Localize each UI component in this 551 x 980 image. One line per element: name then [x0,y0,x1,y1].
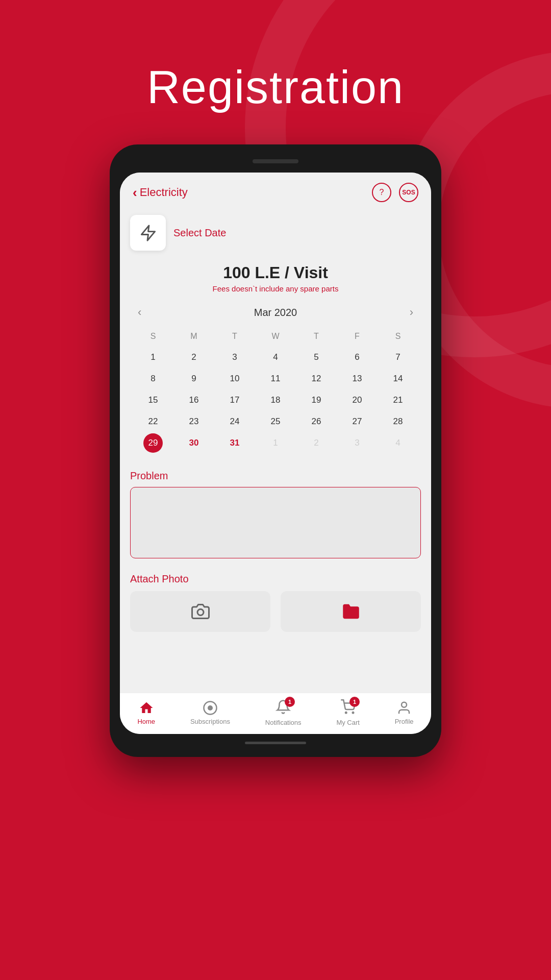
cal-header-tue: T [214,329,255,344]
svg-point-4 [345,712,347,714]
cal-day[interactable]: 4 [266,348,285,367]
cal-day[interactable]: 4 [388,433,408,453]
cal-day-selected[interactable]: 29 [143,433,163,453]
cal-day[interactable]: 20 [347,390,367,410]
phone-mockup: ‹ Electricity ? SOS Select Date 100 L.E … [110,144,441,757]
cal-day[interactable]: 21 [388,390,408,410]
cal-day[interactable]: 9 [184,369,204,388]
problem-label: Problem [130,470,421,482]
cal-day[interactable]: 31 [225,433,244,453]
prev-month-button[interactable]: ‹ [133,303,146,322]
calendar-week-3: 15 16 17 18 19 20 21 [133,390,418,410]
cal-day[interactable]: 25 [266,412,285,431]
calendar-week-4: 22 23 24 25 26 27 28 [133,412,418,431]
cal-day[interactable]: 8 [143,369,163,388]
cal-day[interactable]: 5 [307,348,326,367]
page-title: Registration [147,61,404,114]
service-icon-box [130,215,166,251]
service-header: Select Date [120,210,431,256]
cal-header-mon: M [173,329,214,344]
svg-point-5 [353,712,354,714]
phone-notch [224,155,327,167]
cal-day[interactable]: 1 [266,433,285,453]
top-bar: ‹ Electricity ? SOS [120,173,431,210]
cal-day[interactable]: 19 [307,390,326,410]
nav-label-home: Home [137,718,155,725]
cal-day[interactable]: 12 [307,369,326,388]
nav-label-notifications: Notifications [265,719,302,726]
calendar-section: ‹ Mar 2020 › S M T W T F S 1 2 3 [120,296,431,462]
cal-day[interactable]: 2 [307,433,326,453]
cal-day[interactable]: 13 [347,369,367,388]
cal-day[interactable]: 7 [388,348,408,367]
svg-point-3 [208,705,213,710]
cart-badge: 1 [349,697,360,707]
svg-point-1 [197,609,204,616]
cal-day[interactable]: 14 [388,369,408,388]
nav-item-mycart[interactable]: 1 My Cart [336,699,360,726]
cal-day[interactable]: 6 [347,348,367,367]
profile-icon [396,700,412,716]
nav-item-subscriptions[interactable]: Subscriptions [190,700,230,725]
svg-point-6 [402,702,407,707]
calendar-week-2: 8 9 10 11 12 13 14 [133,369,418,388]
cal-header-sun: S [133,329,173,344]
home-icon [139,700,154,716]
problem-section: Problem [120,462,431,568]
camera-icon [191,602,210,621]
calendar-grid: S M T W T F S 1 2 3 4 5 6 7 [133,329,418,453]
folder-button[interactable] [281,591,421,632]
phone-speaker [253,159,298,163]
cal-day[interactable]: 23 [184,412,204,431]
cal-day[interactable]: 1 [143,348,163,367]
lightning-bolt-icon [139,224,157,242]
cal-day[interactable]: 3 [347,433,367,453]
cal-day[interactable]: 27 [347,412,367,431]
calendar-nav: ‹ Mar 2020 › [133,303,418,322]
next-month-button[interactable]: › [405,303,418,322]
back-label: Electricity [140,186,188,199]
nav-item-notifications[interactable]: 1 Notifications [265,699,302,726]
phone-bottom [120,739,431,747]
pricing-section: 100 L.E / Visit Fees doesn`t include any… [120,256,431,296]
top-bar-icons: ? SOS [372,183,418,202]
cal-day[interactable]: 22 [143,412,163,431]
phone-home-bar [245,742,306,744]
cal-day[interactable]: 15 [143,390,163,410]
calendar-month: Mar 2020 [254,307,297,318]
attach-buttons [130,591,421,632]
cal-day[interactable]: 11 [266,369,285,388]
cal-day[interactable]: 16 [184,390,204,410]
back-arrow-icon: ‹ [133,185,137,201]
select-date-label: Select Date [173,227,226,239]
camera-button[interactable] [130,591,270,632]
help-icon[interactable]: ? [372,183,391,202]
folder-icon [342,602,360,621]
cal-header-thu: T [296,329,337,344]
calendar-header-row: S M T W T F S [133,329,418,344]
cal-day[interactable]: 28 [388,412,408,431]
cal-day[interactable]: 2 [184,348,204,367]
bottom-nav: Home Subscriptions 1 Notifications [120,693,431,734]
notifications-badge: 1 [285,697,295,707]
cal-day[interactable]: 17 [225,390,244,410]
nav-item-profile[interactable]: Profile [395,700,414,725]
price-note: Fees doesn`t include any spare parts [130,284,421,293]
calendar-week-1: 1 2 3 4 5 6 7 [133,348,418,367]
cal-day[interactable]: 26 [307,412,326,431]
attach-section: Attach Photo [120,568,431,637]
cal-day[interactable]: 30 [184,433,204,453]
back-button[interactable]: ‹ Electricity [133,185,188,201]
cal-header-sat: S [378,329,418,344]
price-display: 100 L.E / Visit [130,263,421,282]
cal-day[interactable]: 10 [225,369,244,388]
nav-label-mycart: My Cart [336,719,360,726]
nav-item-home[interactable]: Home [137,700,155,725]
phone-screen: ‹ Electricity ? SOS Select Date 100 L.E … [120,173,431,734]
problem-input[interactable] [130,487,421,558]
sos-icon[interactable]: SOS [399,183,418,202]
subscriptions-icon [203,700,218,716]
cal-day[interactable]: 24 [225,412,244,431]
cal-day[interactable]: 3 [225,348,244,367]
cal-day[interactable]: 18 [266,390,285,410]
